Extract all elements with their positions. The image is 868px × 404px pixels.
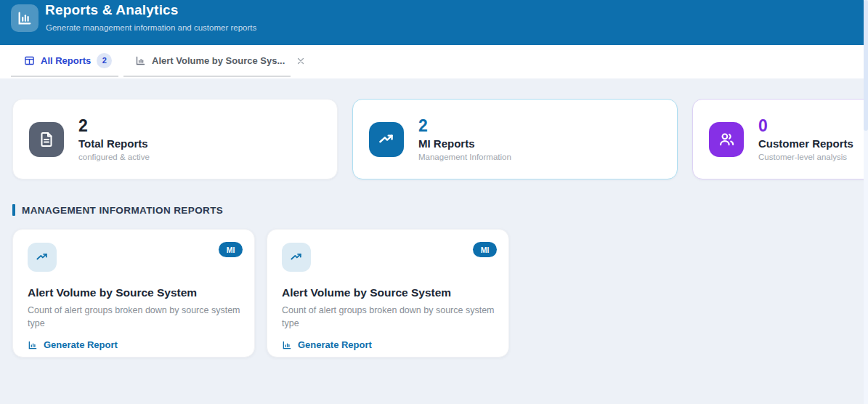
mi-badge: MI: [219, 242, 243, 257]
generate-report-label: Generate Report: [44, 339, 118, 350]
stat-card-mi-reports: 2 MI Reports Management Information: [352, 99, 678, 179]
stat-text-block: 0 Customer Reports Customer-level analys…: [758, 117, 853, 161]
report-card-alert-volume[interactable]: MI Alert Volume by Source System Count o…: [267, 229, 509, 357]
report-description: Count of alert groups broken down by sou…: [28, 304, 243, 330]
tab-all-reports-label: All Reports: [41, 55, 91, 66]
stat-sublabel: Management Information: [418, 153, 511, 161]
vertical-scrollbar[interactable]: [864, 0, 868, 404]
users-icon: [709, 122, 744, 157]
table-icon: [24, 55, 35, 66]
trending-up-icon: [28, 243, 57, 272]
analytics-bar-chart-icon: [11, 4, 38, 32]
mi-badge: MI: [473, 242, 497, 257]
tab-alert-volume-report[interactable]: Alert Volume by Source Sys...: [123, 45, 291, 77]
stat-card-total-reports: 2 Total Reports configured & active: [12, 99, 338, 179]
generate-report-label: Generate Report: [298, 339, 372, 350]
stat-label: MI Reports: [418, 137, 511, 150]
report-title: Alert Volume by Source System: [282, 286, 494, 299]
stat-value: 2: [78, 117, 150, 135]
bar-chart-icon: [135, 55, 146, 66]
document-icon: [29, 122, 64, 157]
page-subtitle: Generate management information and cust…: [46, 23, 256, 32]
stat-sublabel: configured & active: [78, 153, 150, 161]
stat-value: 0: [758, 117, 853, 135]
stat-label: Customer Reports: [758, 137, 853, 150]
report-card-alert-volume[interactable]: MI Alert Volume by Source System Count o…: [12, 229, 255, 357]
section-accent-bar: [12, 204, 15, 216]
page-title: Reports & Analytics: [45, 2, 179, 18]
generate-report-button[interactable]: Generate Report: [28, 339, 118, 350]
stat-sublabel: Customer-level analysis: [758, 153, 853, 161]
stat-text-block: 2 MI Reports Management Information: [418, 117, 511, 161]
close-tab-icon[interactable]: [293, 54, 308, 68]
generate-report-button[interactable]: Generate Report: [282, 339, 372, 350]
tab-all-reports-badge: 2: [97, 53, 112, 68]
section-header-mi-reports: MANAGEMENT INFORMATION REPORTS: [12, 204, 223, 216]
stats-row: 2 Total Reports configured & active 2 MI…: [0, 99, 868, 179]
stat-text-block: 2 Total Reports configured & active: [78, 117, 150, 161]
stat-label: Total Reports: [78, 137, 150, 150]
report-title: Alert Volume by Source System: [28, 286, 240, 299]
stat-card-customer-reports: 0 Customer Reports Customer-level analys…: [692, 99, 868, 179]
page-header: Reports & Analytics Generate management …: [0, 0, 868, 45]
report-description: Count of alert groups broken down by sou…: [282, 304, 497, 330]
scrollbar-thumb[interactable]: [864, 0, 868, 131]
stat-value: 2: [418, 117, 511, 135]
tab-bar: All Reports 2 Alert Volume by Source Sys…: [0, 45, 868, 78]
tab-alert-volume-label: Alert Volume by Source Sys...: [152, 55, 285, 66]
trending-up-icon: [369, 122, 404, 157]
trending-up-icon: [282, 243, 311, 272]
section-title: MANAGEMENT INFORMATION REPORTS: [22, 205, 223, 216]
tab-all-reports[interactable]: All Reports 2: [11, 45, 118, 77]
